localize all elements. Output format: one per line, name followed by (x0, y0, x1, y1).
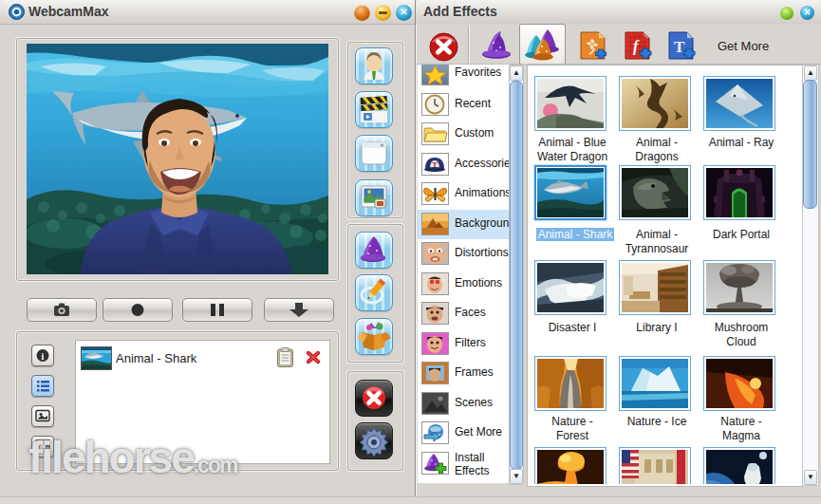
svg-text:i: i (41, 351, 44, 362)
